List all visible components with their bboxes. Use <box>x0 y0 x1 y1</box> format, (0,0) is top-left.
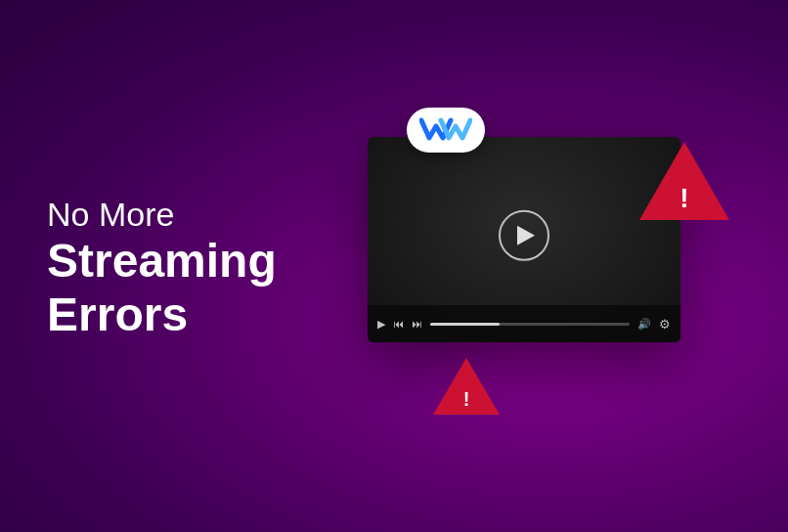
next-icon[interactable]: ⏭ <box>412 319 422 330</box>
play-button[interactable] <box>499 210 549 261</box>
exclamation-large: ! <box>679 185 688 212</box>
headline-line1: No More <box>47 196 277 234</box>
prev-icon[interactable]: ⏮ <box>393 319 404 330</box>
triangle-shape-large: ! <box>639 142 729 220</box>
exclamation-small: ! <box>463 389 470 409</box>
headline-block: No More Streaming Errors <box>47 196 277 341</box>
video-player[interactable]: ▶ ⏮ ⏭ 🔊 ⚙ <box>368 137 680 342</box>
warning-triangle-top-right: ! <box>639 142 729 220</box>
settings-icon[interactable]: ⚙ <box>659 317 671 332</box>
progress-fill <box>430 323 500 326</box>
player-container: ▶ ⏮ ⏭ 🔊 ⚙ <box>368 137 680 342</box>
play-control-icon[interactable]: ▶ <box>377 319 385 330</box>
warning-triangle-bottom-left: ! <box>433 358 500 415</box>
wondershare-logo-icon <box>419 116 472 144</box>
controls-bar: ▶ ⏮ ⏭ 🔊 ⚙ <box>368 305 680 342</box>
headline-line3: Errors <box>47 288 277 341</box>
wondershare-badge <box>407 108 485 153</box>
triangle-shape-small: ! <box>433 358 500 415</box>
volume-icon[interactable]: 🔊 <box>637 318 651 331</box>
progress-bar[interactable] <box>430 323 630 326</box>
background: No More Streaming Errors ▶ ⏮ ⏭ <box>0 0 788 532</box>
headline-line2: Streaming <box>47 234 277 288</box>
